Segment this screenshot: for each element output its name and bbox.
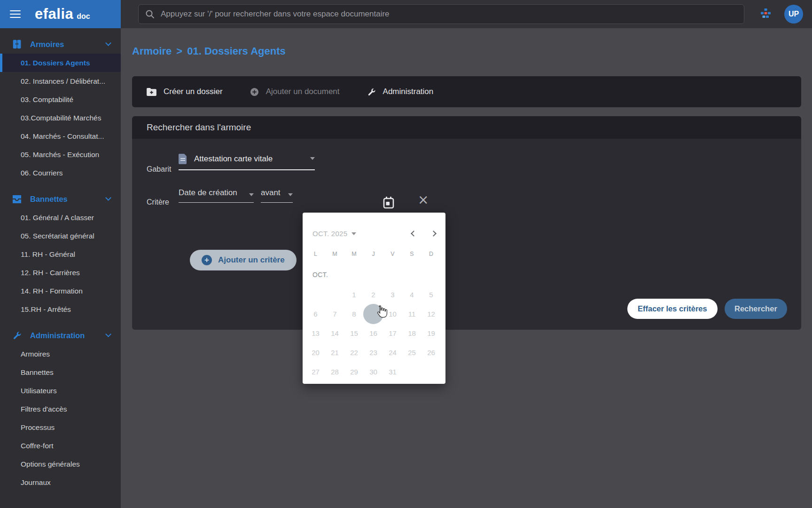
user-avatar[interactable]: UP (784, 5, 803, 24)
sidebar-item[interactable]: Filtres d'accès (0, 400, 121, 418)
tray-icon (11, 195, 22, 204)
clear-criteria-button[interactable]: Effacer les critères (627, 299, 718, 319)
document-icon (179, 154, 187, 164)
next-month-button[interactable] (430, 230, 437, 237)
calendar-empty-cell (306, 285, 325, 304)
breadcrumb-current[interactable]: 01. Dossiers Agents (187, 45, 286, 57)
wrench-icon (367, 87, 376, 96)
calendar-day-7[interactable]: 7 (325, 304, 344, 324)
app-logo[interactable]: efalia doc (35, 6, 90, 23)
month-year-selector[interactable]: OCT. 2025 (312, 230, 356, 238)
sidebar-item[interactable]: 01. Général / A classer (0, 208, 121, 227)
search-icon (145, 9, 155, 19)
calendar-day-6[interactable]: 6 (306, 304, 325, 324)
sidebar-item[interactable]: 03.Comptabilité Marchés (0, 109, 121, 127)
sidebar-item[interactable]: 06. Courriers (0, 164, 121, 182)
sidebar-item[interactable]: 14. RH - Formation (0, 282, 121, 300)
critere-operator-value: avant (261, 188, 281, 198)
sidebar-section-header[interactable]: Administration (0, 326, 121, 345)
chevron-down-icon (105, 40, 111, 46)
sidebar-section-header[interactable]: Armoires (0, 35, 121, 54)
calendar-day-11[interactable]: 11 (402, 304, 422, 324)
calendar-day-5[interactable]: 5 (422, 285, 441, 304)
calendar-day-26[interactable]: 26 (422, 343, 441, 362)
sidebar-item[interactable]: Utilisateurs (0, 381, 121, 400)
calendar-day-9[interactable]: 9 (364, 304, 383, 324)
calendar-day-13[interactable]: 13 (306, 324, 325, 343)
search-input[interactable] (161, 9, 737, 19)
calendar-day-16[interactable]: 16 (364, 324, 383, 343)
add-document-button[interactable]: Ajouter un document (250, 87, 340, 96)
calendar-day-20[interactable]: 20 (306, 343, 325, 362)
sidebar-item[interactable]: 01. Dossiers Agents (0, 54, 121, 72)
chevron-down-icon (105, 331, 111, 337)
breadcrumb-separator: > (176, 45, 182, 57)
sidebar-item[interactable]: 12. RH - Carrières (0, 263, 121, 282)
sidebar-item[interactable]: Coffre-fort (0, 437, 121, 455)
calendar-day-14[interactable]: 14 (325, 324, 344, 343)
calendar-day-22[interactable]: 22 (344, 343, 364, 362)
calendar-day-24[interactable]: 24 (383, 343, 402, 362)
sidebar-item[interactable]: 05. Marchés - Exécution (0, 145, 121, 164)
calendar-day-15[interactable]: 15 (344, 324, 364, 343)
chevron-down-icon (288, 193, 293, 196)
calendar-day-25[interactable]: 25 (402, 343, 422, 362)
administration-button[interactable]: Administration (367, 87, 434, 96)
critere-field-select[interactable]: Date de création (179, 188, 254, 203)
create-folder-label: Créer un dossier (164, 87, 223, 96)
sidebar-sections: Armoires01. Dossiers Agents02. Instances… (0, 35, 121, 492)
sidebar-item[interactable]: 02. Instances / Délibérat... (0, 72, 121, 90)
add-criteria-button[interactable]: + Ajouter un critère (190, 250, 297, 270)
calendar-day-18[interactable]: 18 (402, 324, 422, 343)
sidebar-section-label: Armoires (30, 40, 98, 49)
sidebar-item[interactable]: Armoires (0, 345, 121, 363)
sidebar-item[interactable]: Bannettes (0, 363, 121, 381)
calendar-day-2[interactable]: 2 (364, 285, 383, 304)
plus-icon: + (202, 255, 212, 265)
sidebar-item[interactable]: 11. RH - Général (0, 245, 121, 263)
close-icon[interactable]: × (418, 193, 429, 206)
date-picker-popup: OCT. 2025 LMMJVSD OCT. 12345678910111213… (303, 213, 445, 384)
calendar-day-3[interactable]: 3 (383, 285, 402, 304)
calendar-day-27[interactable]: 27 (306, 362, 325, 381)
calendar-day-4[interactable]: 4 (402, 285, 422, 304)
calendar-day-19[interactable]: 19 (422, 324, 441, 343)
sidebar-item[interactable]: 04. Marchés - Consultat... (0, 127, 121, 145)
calendar-day-29[interactable]: 29 (344, 362, 364, 381)
calendar-day-31[interactable]: 31 (383, 362, 402, 381)
calendar-day-28[interactable]: 28 (325, 362, 344, 381)
sidebar-item[interactable]: Journaux (0, 473, 121, 492)
app-grid-icon[interactable] (759, 8, 772, 21)
panel-body: Gabarit Attestation carte vitale Critère (132, 139, 801, 330)
calendar-icon[interactable] (383, 196, 394, 209)
sidebar-section: AdministrationArmoiresBannettesUtilisate… (0, 326, 121, 492)
calendar-day-30[interactable]: 30 (364, 362, 383, 381)
calendar-day-21[interactable]: 21 (325, 343, 344, 362)
calendar-day-10[interactable]: 10 (383, 304, 402, 324)
critere-operator-select[interactable]: avant (261, 188, 293, 203)
previous-month-button[interactable] (411, 230, 417, 237)
weekday-label: V (383, 247, 402, 261)
search-button[interactable]: Rechercher (725, 299, 787, 319)
sidebar-item[interactable]: Processus (0, 418, 121, 437)
critere-field-value: Date de création (179, 188, 237, 198)
sidebar-item[interactable]: 03. Comptabilité (0, 90, 121, 109)
wrench-icon (11, 331, 22, 340)
sidebar-item[interactable]: Options générales (0, 455, 121, 473)
administration-label: Administration (383, 87, 434, 96)
calendar-day-17[interactable]: 17 (383, 324, 402, 343)
global-search[interactable] (138, 4, 744, 24)
hamburger-menu-icon[interactable] (10, 10, 21, 18)
month-year-label: OCT. 2025 (312, 230, 347, 238)
breadcrumb-root[interactable]: Armoire (132, 45, 172, 57)
calendar-day-12[interactable]: 12 (422, 304, 441, 324)
sidebar-item[interactable]: 05. Secrétariat général (0, 227, 121, 245)
calendar-day-23[interactable]: 23 (364, 343, 383, 362)
sidebar-item[interactable]: 15.RH - Arrêtés (0, 300, 121, 318)
sidebar-section-header[interactable]: Bannettes (0, 190, 121, 208)
cabinet-icon (11, 39, 22, 49)
calendar-day-8[interactable]: 8 (344, 304, 364, 324)
gabarit-select[interactable]: Attestation carte vitale (179, 154, 315, 170)
calendar-day-1[interactable]: 1 (344, 285, 364, 304)
create-folder-button[interactable]: Créer un dossier (147, 87, 223, 96)
